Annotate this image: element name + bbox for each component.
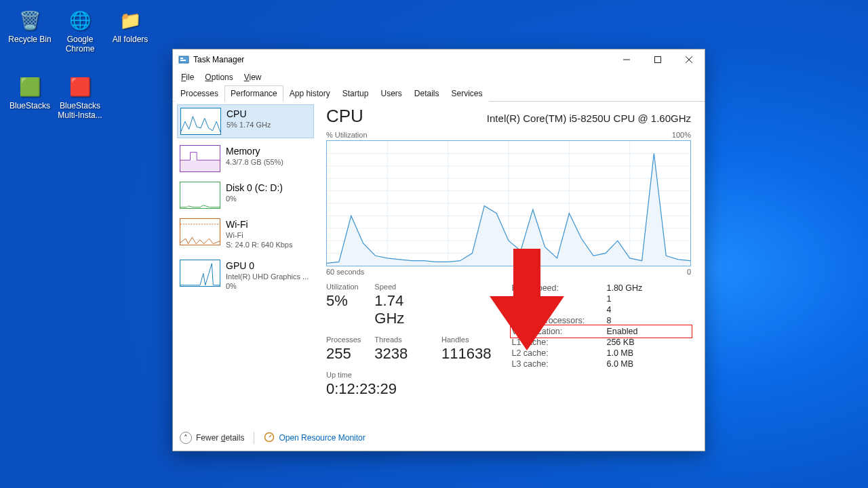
sidebar-item-wi-fi[interactable]: Wi-FiWi-FiS: 24.0 R: 640 Kbps bbox=[177, 216, 314, 253]
desktop-icon-all-folders[interactable]: 📁All folders bbox=[106, 7, 155, 45]
menu-view[interactable]: View bbox=[239, 71, 267, 83]
cpu-details: Base speed:1.80 GHzSockets:1Cores:4Logic… bbox=[511, 283, 691, 398]
stat-threads: 3238 bbox=[374, 345, 428, 363]
tab-startup[interactable]: Startup bbox=[336, 85, 375, 102]
desktop-icon-bluestacks[interactable]: 🟩BlueStacks bbox=[5, 73, 54, 111]
detail-basespeed: Base speed:1.80 GHz bbox=[511, 283, 691, 293]
x-axis-right: 0 bbox=[687, 268, 691, 276]
menubar: FileOptionsView bbox=[173, 70, 705, 85]
thumb-chart bbox=[180, 145, 220, 172]
task-manager-window: Task Manager FileOptionsView ProcessesPe… bbox=[172, 49, 705, 451]
detail-cores: Cores:4 bbox=[511, 304, 691, 315]
stat-handles: 111638 bbox=[441, 345, 491, 363]
titlebar[interactable]: Task Manager bbox=[173, 49, 705, 70]
tab-bar: ProcessesPerformanceApp historyStartupUs… bbox=[173, 85, 705, 102]
open-resource-monitor-link[interactable]: Open Resource Monitor bbox=[264, 432, 365, 445]
bluestacks-icon: 🟩 bbox=[16, 73, 43, 100]
stat-processes: 255 bbox=[326, 345, 361, 363]
stat-uptime: 0:12:23:29 bbox=[326, 380, 491, 398]
svg-rect-7 bbox=[180, 160, 220, 171]
svg-rect-1 bbox=[180, 58, 183, 59]
fewer-details-button[interactable]: ˄ Fewer details bbox=[180, 432, 244, 444]
detail-sockets: Sockets:1 bbox=[511, 293, 691, 304]
thumb-chart bbox=[180, 108, 221, 135]
sidebar-item-cpu[interactable]: CPU5% 1.74 GHz bbox=[177, 104, 314, 138]
x-axis-left: 60 seconds bbox=[326, 268, 364, 276]
detail-l3cache: L3 cache:6.0 MB bbox=[511, 359, 691, 369]
y-axis-label: % Utilization bbox=[326, 131, 368, 139]
maximize-button[interactable] bbox=[642, 49, 673, 70]
desktop-icon-recycle-bin[interactable]: 🗑️Recycle Bin bbox=[5, 7, 54, 45]
sidebar-item-disk-0-c-d-[interactable]: Disk 0 (C: D:)0% bbox=[177, 179, 314, 211]
menu-options[interactable]: Options bbox=[199, 71, 238, 83]
svg-rect-2 bbox=[180, 60, 186, 61]
bluestacks-multi-icon: 🟥 bbox=[66, 73, 94, 100]
detail-virtualization: Virtualization:Enabled bbox=[511, 326, 691, 337]
recycle-bin-icon: 🗑️ bbox=[16, 7, 43, 34]
sidebar-item-gpu-0[interactable]: GPU 0Intel(R) UHD Graphics ...0% bbox=[177, 257, 314, 294]
stat-utilization: 5% bbox=[326, 292, 361, 310]
tab-users[interactable]: Users bbox=[374, 85, 408, 102]
cpu-utilization-chart bbox=[326, 140, 691, 266]
page-title: CPU bbox=[326, 106, 363, 127]
svg-line-24 bbox=[269, 435, 271, 437]
tab-details[interactable]: Details bbox=[408, 85, 446, 102]
tab-performance[interactable]: Performance bbox=[224, 85, 283, 102]
detail-logicalprocessors: Logical processors:8 bbox=[511, 315, 691, 326]
tab-app-history[interactable]: App history bbox=[283, 85, 336, 102]
footer: ˄ Fewer details Open Resource Monitor bbox=[173, 425, 705, 451]
detail-l1cache: L1 cache:256 KB bbox=[511, 337, 691, 348]
all-folders-icon: 📁 bbox=[117, 7, 144, 34]
y-axis-max: 100% bbox=[672, 131, 691, 139]
detail-l2cache: L2 cache:1.0 MB bbox=[511, 348, 691, 359]
sidebar: CPU5% 1.74 GHz Memory4.3/7.8 GB (55%) Di… bbox=[173, 102, 314, 425]
tab-services[interactable]: Services bbox=[446, 85, 489, 102]
desktop-icon-google-chrome[interactable]: 🌐Google Chrome bbox=[56, 7, 104, 54]
desktop-icon-bluestacks-multi[interactable]: 🟥BlueStacks Multi-Insta... bbox=[56, 73, 104, 121]
main-panel: CPU Intel(R) Core(TM) i5-8250U CPU @ 1.6… bbox=[314, 102, 705, 425]
svg-rect-4 bbox=[655, 57, 661, 63]
close-button[interactable] bbox=[673, 49, 705, 70]
stat-speed: 1.74 GHz bbox=[374, 292, 428, 327]
app-icon bbox=[178, 54, 189, 65]
cpu-model: Intel(R) Core(TM) i5-8250U CPU @ 1.60GHz bbox=[487, 113, 691, 124]
chevron-up-icon: ˄ bbox=[180, 432, 192, 444]
tab-processes[interactable]: Processes bbox=[174, 85, 224, 102]
minimize-button[interactable] bbox=[611, 49, 642, 70]
thumb-chart bbox=[180, 182, 220, 209]
resource-monitor-icon bbox=[264, 432, 275, 445]
thumb-chart bbox=[180, 218, 220, 245]
google-chrome-icon: 🌐 bbox=[66, 7, 94, 34]
thumb-chart bbox=[180, 260, 220, 287]
menu-file[interactable]: File bbox=[176, 71, 199, 83]
window-title: Task Manager bbox=[193, 55, 244, 64]
sidebar-item-memory[interactable]: Memory4.3/7.8 GB (55%) bbox=[177, 142, 314, 175]
